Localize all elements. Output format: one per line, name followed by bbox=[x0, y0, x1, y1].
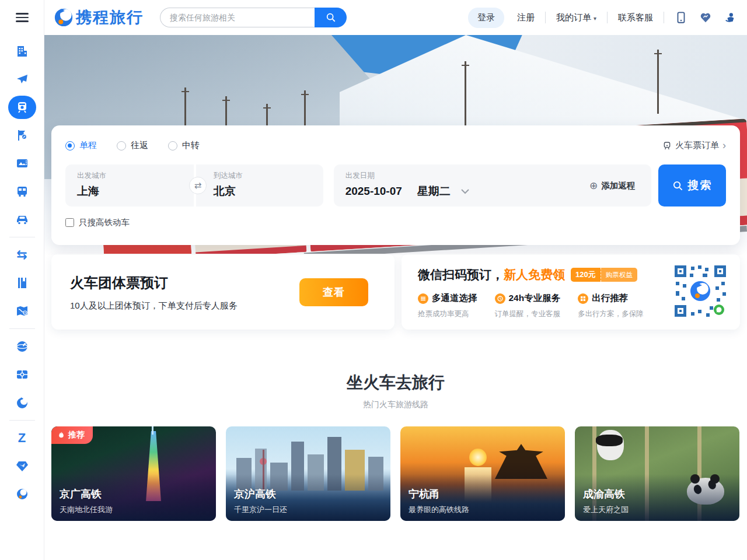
contact-support-link[interactable]: 联系客服 bbox=[618, 12, 653, 23]
header-divider bbox=[664, 12, 664, 23]
wechat-promo-card[interactable]: 微信扫码预订， 新人免费领 120元 购票权益 多通道选择 抢票成功率更高 bbox=[402, 254, 740, 330]
guide-book-icon bbox=[15, 276, 29, 290]
sidebar-item-map[interactable] bbox=[0, 297, 44, 325]
hotel-icon bbox=[15, 44, 29, 58]
route-card-jingguang[interactable]: 推荐 京广高铁 天南地北任我游 bbox=[51, 426, 216, 521]
ctrip-dolphin-icon bbox=[54, 8, 74, 27]
flame-icon bbox=[57, 431, 65, 439]
route-card-ninghangyong[interactable]: 宁杭甬 最养眼的高铁线路 bbox=[400, 426, 565, 521]
channel-icon bbox=[418, 293, 428, 304]
section-title-train-travel: 坐火车去旅行 bbox=[44, 372, 747, 394]
radio-icon bbox=[117, 141, 126, 150]
ctrip-logo[interactable]: 携程旅行 bbox=[54, 7, 144, 28]
sidebar-item-ticket[interactable] bbox=[0, 149, 44, 177]
sidebar-divider bbox=[9, 328, 35, 329]
sidebar-item-flight[interactable] bbox=[0, 65, 44, 93]
depart-date-field[interactable]: 出发日期 2025-10-07 星期二 ⊕ 添加返程 bbox=[334, 164, 651, 206]
gem-brand-icon bbox=[15, 459, 29, 473]
grid-icon bbox=[578, 293, 588, 304]
to-city-value: 北京 bbox=[214, 184, 312, 199]
trip-type-round-trip-radio[interactable]: 往返 bbox=[117, 140, 148, 151]
train-ticket-orders-link[interactable]: 火车票订单 › bbox=[662, 139, 726, 152]
sidebar-item-global-travel[interactable] bbox=[0, 332, 44, 360]
radio-icon bbox=[168, 141, 177, 150]
add-return-trip-button[interactable]: ⊕ 添加返程 bbox=[589, 180, 635, 192]
chevron-right-icon: › bbox=[722, 139, 726, 152]
route-card-chengyu[interactable]: 成渝高铁 爱上天府之国 bbox=[575, 426, 739, 521]
sidebar-item-dolphin[interactable] bbox=[0, 388, 44, 416]
sidebar-item-car[interactable] bbox=[0, 205, 44, 233]
sidebar-item-gem-brand[interactable] bbox=[0, 452, 44, 480]
my-orders-menu[interactable]: 我的订单▾ bbox=[556, 12, 596, 23]
register-button[interactable]: 注册 bbox=[517, 12, 535, 23]
header-divider bbox=[607, 12, 608, 23]
to-city-field[interactable]: 到达城市 北京 bbox=[196, 164, 323, 206]
hamburger-menu-icon[interactable] bbox=[0, 0, 44, 35]
header-divider bbox=[545, 12, 546, 23]
swap-cities-button[interactable]: ⇄ bbox=[189, 177, 207, 194]
map-route-icon bbox=[15, 304, 29, 318]
clock-icon bbox=[495, 293, 505, 304]
plus-circle-icon: ⊕ bbox=[589, 180, 598, 192]
gift-card-icon bbox=[15, 368, 29, 382]
mobile-app-icon[interactable] bbox=[675, 11, 687, 24]
sidebar-divider bbox=[9, 237, 35, 237]
feature-travel-recommend: 出行推荐 多出行方案，多保障 bbox=[578, 292, 644, 319]
recommend-badge: 推荐 bbox=[51, 426, 93, 444]
pavilion-silhouette bbox=[495, 444, 547, 479]
wechat-qr-code[interactable] bbox=[673, 264, 727, 318]
trip-type-one-way-radio[interactable]: 单程 bbox=[65, 140, 97, 151]
route-card-jinghu[interactable]: 京沪高铁 千里京沪一日还 bbox=[226, 426, 390, 521]
route-card-subtitle: 天南地北任我游 bbox=[60, 505, 113, 515]
from-city-value: 上海 bbox=[77, 184, 182, 199]
sidebar-item-guide[interactable] bbox=[0, 269, 44, 297]
train-small-icon bbox=[662, 141, 672, 150]
customer-service-icon[interactable] bbox=[724, 11, 736, 24]
route-card-title: 宁杭甬 bbox=[409, 487, 469, 501]
partner-hands-icon[interactable] bbox=[699, 11, 712, 24]
bus-icon bbox=[15, 184, 29, 198]
tower-tip bbox=[152, 426, 153, 435]
dolphin-brand-icon bbox=[15, 487, 29, 501]
wechat-promo-title: 微信扫码预订， bbox=[418, 267, 504, 283]
top-header: 携程旅行 登录 注册 我的订单▾ 联系客服 bbox=[44, 0, 747, 35]
wechat-promo-highlight: 新人免费领 bbox=[504, 267, 565, 283]
hero-banner-snow-train: 单程 往返 中转 火车票订单 › 出发城市 bbox=[44, 35, 747, 255]
sidebar-item-z-brand[interactable]: Z bbox=[0, 424, 44, 452]
sidebar-item-dolphin-brand[interactable] bbox=[0, 480, 44, 508]
scenery-ticket-icon bbox=[15, 156, 29, 170]
car-icon bbox=[15, 212, 29, 226]
depart-date-value: 2025-10-07 bbox=[345, 185, 402, 198]
sidebar-item-transfer[interactable]: ⇆ bbox=[0, 241, 44, 269]
login-button[interactable]: 登录 bbox=[468, 8, 504, 28]
catenary-pole bbox=[465, 61, 466, 131]
sunset-sun-graphic bbox=[469, 449, 487, 466]
dolphin-icon bbox=[15, 396, 29, 410]
train-booking-panel: 单程 往返 中转 火车票订单 › 出发城市 bbox=[51, 125, 740, 245]
feature-24h-service: 24h专业服务 订单提醒，专业客服 bbox=[495, 292, 561, 319]
chevron-down-icon: ▾ bbox=[594, 15, 596, 22]
logo-text: 携程旅行 bbox=[76, 7, 144, 28]
section-subtitle: 热门火车旅游线路 bbox=[44, 400, 747, 410]
feature-multi-channel: 多通道选择 抢票成功率更高 bbox=[418, 292, 477, 319]
chevron-down-icon bbox=[461, 189, 469, 194]
sidebar-item-hotel[interactable] bbox=[0, 37, 44, 65]
group-ticket-view-button[interactable]: 查看 bbox=[299, 278, 368, 306]
panda-climbing-graphic bbox=[597, 430, 624, 460]
sidebar-item-train[interactable] bbox=[0, 93, 44, 121]
sidebar-item-tour[interactable] bbox=[0, 121, 44, 149]
sidebar-item-giftcard[interactable] bbox=[0, 360, 44, 388]
depart-weekday: 星期二 bbox=[417, 184, 451, 199]
high-speed-only-label: 只搜高铁动车 bbox=[79, 217, 130, 228]
trip-type-transfer-radio[interactable]: 中转 bbox=[168, 140, 200, 151]
route-card-title: 京沪高铁 bbox=[234, 487, 287, 501]
train-search-button[interactable]: 搜索 bbox=[658, 164, 726, 206]
high-speed-only-checkbox[interactable] bbox=[65, 218, 74, 227]
group-ticket-promo-card[interactable]: 火车团体票预订 10人及以上团体预订，下单支付后专人服务 查看 bbox=[51, 254, 395, 330]
coupon-badge[interactable]: 120元 购票权益 bbox=[571, 268, 637, 282]
route-card-title: 京广高铁 bbox=[60, 487, 113, 501]
sidebar-item-bus[interactable] bbox=[0, 177, 44, 205]
global-search-input[interactable] bbox=[160, 8, 315, 27]
from-city-field[interactable]: 出发城市 上海 bbox=[65, 164, 194, 206]
global-search-button[interactable] bbox=[315, 8, 347, 27]
